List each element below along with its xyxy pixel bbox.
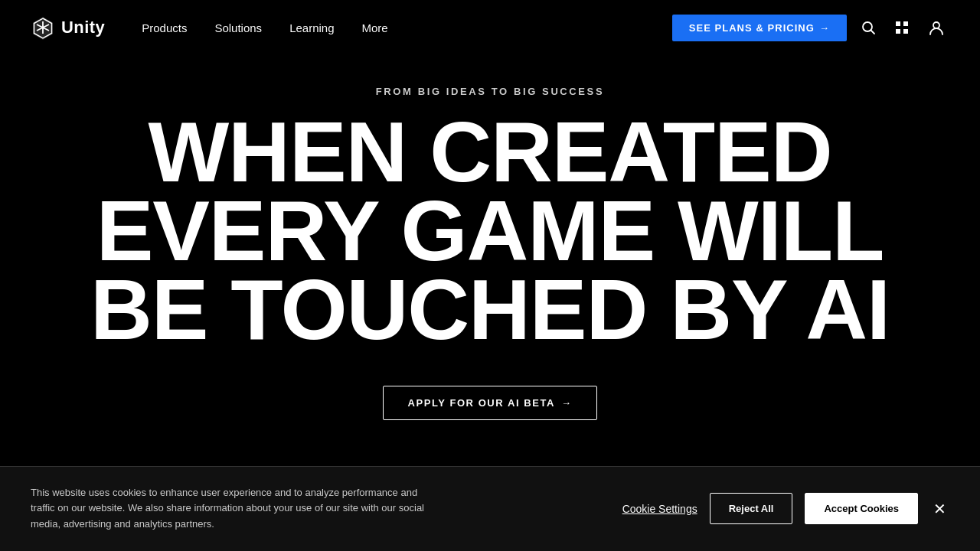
unity-logo-icon (31, 15, 55, 40)
search-icon (861, 20, 876, 35)
svg-line-1 (871, 31, 875, 34)
svg-rect-3 (903, 21, 908, 26)
plans-pricing-button[interactable]: SEE PLANS & PRICING → (672, 15, 847, 41)
nav-learning[interactable]: Learning (277, 15, 346, 41)
grid-icon (894, 20, 910, 35)
cta-arrow-icon: → (561, 397, 573, 409)
nav-cta-group: SEE PLANS & PRICING → (672, 15, 949, 41)
svg-rect-5 (903, 29, 908, 34)
cookie-message: This website uses cookies to enhance use… (31, 485, 429, 533)
accept-cookies-button[interactable]: Accept Cookies (805, 493, 918, 524)
ai-beta-button[interactable]: APPLY FOR OUR AI BETA → (383, 386, 598, 420)
nav-links: Products Solutions Learning More (129, 15, 672, 41)
svg-point-6 (933, 22, 939, 28)
arrow-icon: → (819, 22, 830, 34)
logo-link[interactable]: Unity (31, 15, 105, 40)
svg-rect-4 (896, 29, 900, 34)
hero-eyebrow: FROM BIG IDEAS TO BIG SUCCESS (376, 86, 604, 97)
cookie-actions: Cookie Settings Reject All Accept Cookie… (622, 493, 949, 524)
close-icon: ✕ (933, 500, 946, 518)
hero-title-line3: BE TOUCHED BY AI (90, 262, 890, 357)
reject-all-button[interactable]: Reject All (710, 493, 793, 524)
search-button[interactable] (856, 15, 880, 40)
hero-title: WHEN CREATED EVERY GAME WILL BE TOUCHED … (90, 112, 890, 349)
svg-rect-2 (896, 21, 900, 26)
nav-more[interactable]: More (350, 15, 400, 41)
hero-section: FROM BIG IDEAS TO BIG SUCCESS WHEN CREAT… (0, 55, 980, 420)
user-button[interactable] (923, 15, 949, 41)
grid-button[interactable] (890, 15, 914, 40)
logo-text: Unity (61, 18, 105, 37)
user-icon (928, 19, 945, 36)
cookie-settings-button[interactable]: Cookie Settings (622, 503, 697, 515)
close-cookie-banner-button[interactable]: ✕ (930, 497, 949, 521)
cookie-banner: This website uses cookies to enhance use… (0, 466, 980, 551)
nav-solutions[interactable]: Solutions (202, 15, 274, 41)
main-nav: Unity Products Solutions Learning More S… (0, 0, 980, 55)
nav-products[interactable]: Products (129, 15, 199, 41)
hero-cta-area: APPLY FOR OUR AI BETA → (383, 386, 598, 420)
